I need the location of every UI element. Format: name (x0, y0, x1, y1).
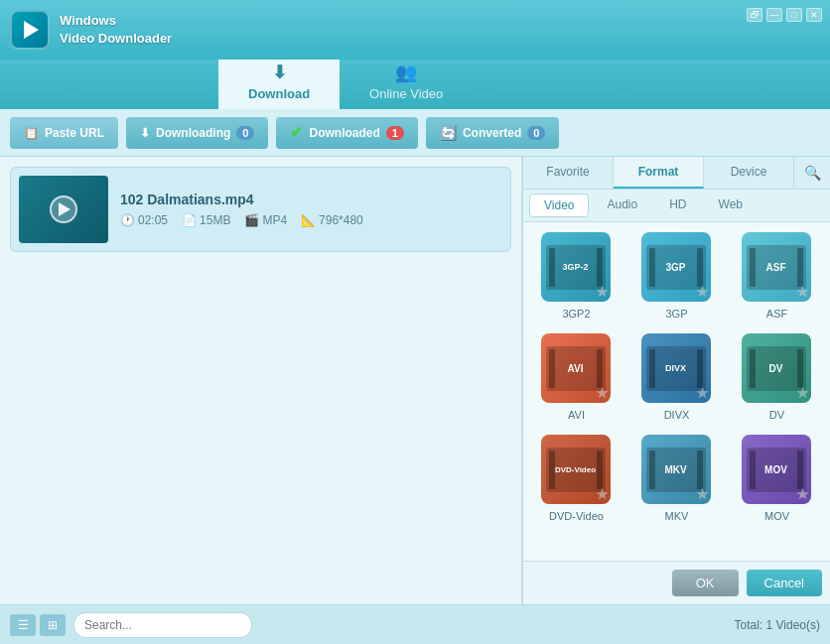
format-item-dv[interactable]: DV ★ DV (730, 329, 824, 425)
format-label-3gp: 3GP (665, 308, 687, 320)
tab-format[interactable]: Format (614, 157, 704, 189)
converted-button[interactable]: 🔄 Converted 0 (426, 117, 559, 149)
format-label-asf: ASF (766, 308, 787, 320)
format-icon-divx: DIVX ★ (641, 333, 713, 405)
list-view-button[interactable]: ☰ (10, 614, 36, 636)
thumb-play-button[interactable] (50, 195, 77, 223)
resolution-icon: 📐 (301, 213, 316, 227)
restore-btn[interactable]: 🗗 (747, 8, 762, 22)
tab-online-video[interactable]: 👥 Online Video (340, 54, 473, 109)
file-icon: 📄 (182, 213, 197, 227)
sub-tab-bar: Video Audio HD Web (523, 190, 830, 222)
downloaded-count-badge: 1 (386, 126, 404, 140)
cancel-button[interactable]: Cancel (747, 570, 822, 596)
bottom-bar: ☰ ⊞ Total: 1 Video(s) (0, 604, 830, 644)
subtab-web[interactable]: Web (705, 193, 757, 217)
format-icon-3gp2: 3GP-2 ★ (541, 232, 613, 304)
video-meta: 🕐 02:05 📄 15MB 🎬 MP4 📐 796*480 (120, 213, 502, 227)
subtab-audio[interactable]: Audio (593, 193, 651, 217)
format-item-mov[interactable]: MOV ★ MOV (730, 431, 824, 526)
format-icon: 🎬 (244, 213, 259, 227)
video-thumbnail (19, 176, 108, 243)
format-icon-dv: DV ★ (742, 333, 813, 405)
video-info: 102 Dalmatians.mp4 🕐 02:05 📄 15MB 🎬 MP4 (120, 192, 502, 227)
refresh-icon: 🔄 (440, 125, 457, 141)
format-icon-mkv: MKV ★ (641, 435, 713, 506)
format-label-mkv: MKV (665, 510, 689, 522)
format-icon-mov: MOV ★ (742, 435, 813, 506)
format-label-avi: AVI (568, 409, 585, 421)
app-title: Windows Video Downloader (60, 12, 172, 48)
format-item-mkv[interactable]: MKV ★ MKV (629, 431, 724, 526)
search-input[interactable] (73, 612, 252, 638)
format-item-avi[interactable]: AVI ★ AVI (529, 329, 623, 425)
format-label-mov: MOV (764, 510, 789, 522)
format-item-divx[interactable]: DIVX ★ DIVX (629, 329, 724, 425)
video-title: 102 Dalmatians.mp4 (120, 192, 502, 207)
play-triangle-icon (59, 202, 70, 216)
format-label-3gp2: 3GP2 (562, 308, 590, 320)
video-duration: 🕐 02:05 (120, 213, 168, 227)
converted-count-badge: 0 (527, 126, 545, 140)
status-text: Total: 1 Video(s) (735, 618, 821, 632)
downloading-count-badge: 0 (236, 126, 254, 140)
action-buttons: OK Cancel (523, 561, 830, 604)
download-icon: ⬇ (140, 126, 150, 140)
format-tab-bar: Favorite Format Device 🔍 (523, 157, 830, 190)
format-icon-3gp: 3GP ★ (641, 232, 713, 304)
format-item-3gp[interactable]: 3GP ★ 3GP (629, 228, 724, 323)
format-search-button[interactable]: 🔍 (794, 157, 830, 189)
downloaded-button[interactable]: ✔ Downloaded 1 (276, 117, 417, 149)
format-label-divx: DIVX (664, 409, 690, 421)
title-bar: Windows Video Downloader 🗗 — □ ✕ (0, 0, 830, 60)
format-label-dv: DV (769, 409, 784, 421)
toolbar: 📋 Paste URL ⬇ Downloading 0 ✔ Downloaded… (0, 109, 830, 157)
downloading-button[interactable]: ⬇ Downloading 0 (126, 117, 268, 149)
tab-favorite[interactable]: Favorite (523, 157, 614, 189)
video-format: 🎬 MP4 (244, 213, 287, 227)
view-buttons: ☰ ⊞ (10, 614, 66, 636)
format-item-dvd[interactable]: DVD-Video ★ DVD-Video (529, 431, 623, 526)
play-icon (24, 21, 39, 39)
left-panel: 102 Dalmatians.mp4 🕐 02:05 📄 15MB 🎬 MP4 (0, 157, 522, 604)
online-video-tab-label: Online Video (369, 86, 443, 101)
video-size: 📄 15MB (182, 213, 230, 227)
grid-view-button[interactable]: ⊞ (40, 614, 66, 636)
paste-icon: 📋 (24, 126, 39, 140)
format-item-asf[interactable]: ASF ★ ASF (730, 228, 824, 323)
format-icon-avi: AVI ★ (541, 333, 613, 405)
check-icon: ✔ (290, 123, 303, 142)
minimize-btn[interactable]: — (766, 8, 782, 22)
online-video-tab-icon: 👥 (395, 62, 417, 83)
format-grid: 3GP-2 ★ 3GP2 3GP ★ 3GP (523, 222, 830, 561)
download-tab-label: Download (248, 86, 310, 101)
subtab-hd[interactable]: HD (655, 193, 700, 217)
right-panel: Favorite Format Device 🔍 Video Audio HD … (522, 157, 830, 604)
tab-device[interactable]: Device (704, 157, 794, 189)
tab-bar: ⬇ Download 👥 Online Video (0, 60, 830, 109)
paste-url-button[interactable]: 📋 Paste URL (10, 117, 118, 149)
tab-download[interactable]: ⬇ Download (218, 54, 340, 109)
subtab-video[interactable]: Video (529, 193, 589, 217)
video-resolution: 📐 796*480 (301, 213, 363, 227)
format-icon-dvd: DVD-Video ★ (541, 435, 613, 506)
maximize-btn[interactable]: □ (786, 8, 802, 22)
close-btn[interactable]: ✕ (806, 8, 822, 22)
app-logo (10, 10, 50, 50)
video-item[interactable]: 102 Dalmatians.mp4 🕐 02:05 📄 15MB 🎬 MP4 (10, 167, 511, 252)
format-item-3gp2[interactable]: 3GP-2 ★ 3GP2 (529, 228, 623, 323)
main-content: 102 Dalmatians.mp4 🕐 02:05 📄 15MB 🎬 MP4 (0, 157, 830, 604)
window-controls: 🗗 — □ ✕ (747, 8, 822, 22)
clock-icon: 🕐 (120, 213, 135, 227)
format-icon-asf: ASF ★ (742, 232, 813, 304)
format-label-dvd: DVD-Video (549, 510, 604, 522)
ok-button[interactable]: OK (672, 570, 739, 596)
download-tab-icon: ⬇ (272, 62, 287, 83)
